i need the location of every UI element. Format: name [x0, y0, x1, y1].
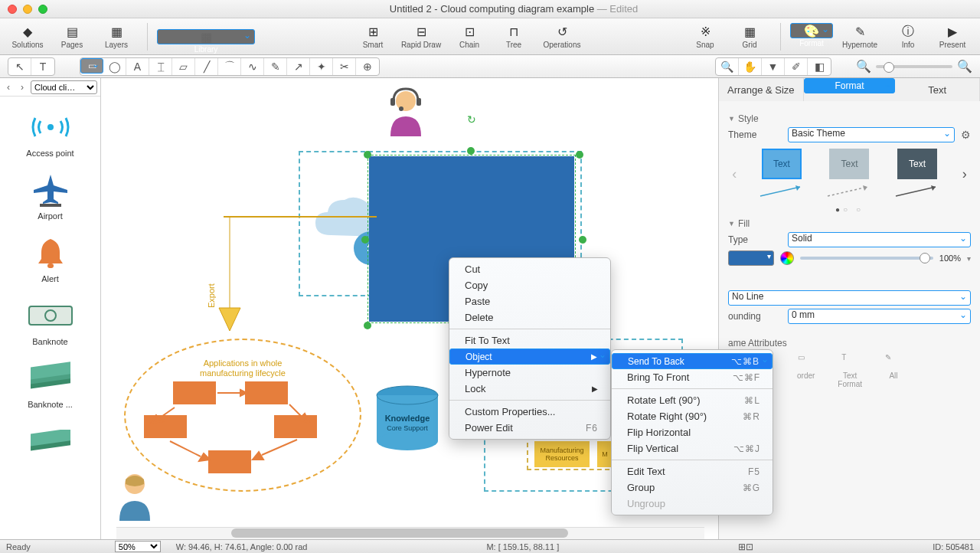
eyedropper-icon[interactable]: ✐ — [785, 58, 808, 75]
same-border-button[interactable]: ▭order — [797, 353, 815, 388]
chain-button[interactable]: ⊡Chain — [448, 23, 491, 51]
ctx-flip-horizontal[interactable]: Flip Horizontal — [612, 424, 773, 440]
ctx-object[interactable]: Object▶ — [449, 348, 610, 365]
eraser-icon[interactable]: ◧ — [808, 58, 831, 75]
text-shape-tool[interactable]: A — [126, 58, 149, 75]
pan-tool-icon[interactable]: ✋ — [739, 58, 762, 75]
same-text-format-button[interactable]: TText Format — [838, 353, 862, 388]
rotate-handle-icon[interactable]: ↻ — [467, 113, 476, 126]
handle-ml[interactable] — [361, 236, 369, 244]
ctx-delete[interactable]: Delete — [449, 309, 610, 326]
ctx-flip-vertical[interactable]: Flip Vertical⌥⌘J — [612, 440, 773, 456]
insert-tool[interactable]: ⊕ — [356, 58, 379, 75]
gear-icon[interactable]: ⚙ — [961, 129, 971, 141]
line-tool[interactable]: ╱ — [195, 58, 218, 75]
present-button[interactable]: ▶Present — [931, 23, 974, 51]
ctx-send-to-back[interactable]: Send To Back⌥⌘B — [612, 353, 773, 369]
fill-section[interactable]: Fill — [728, 218, 971, 229]
shape-alert[interactable]: Alert — [0, 227, 100, 290]
ellipse-tool[interactable]: ◯ — [103, 58, 126, 75]
library-selector[interactable]: Cloud cli… — [31, 80, 97, 94]
handle-tl[interactable] — [364, 151, 371, 159]
ctx-rotate-right[interactable]: Rotate Right (90°)⌘R — [612, 408, 773, 424]
handle-bl[interactable] — [364, 322, 371, 329]
swatch-1[interactable]: Text — [762, 149, 802, 179]
tab-arrange-size[interactable]: Arrange & Size — [719, 78, 804, 101]
brush-tool[interactable]: ✎ — [264, 58, 287, 75]
swatch-2[interactable]: Text — [829, 149, 869, 179]
tab-format[interactable]: Format — [804, 78, 896, 93]
info-button[interactable]: ⓘInfo — [887, 23, 929, 51]
ctx-group[interactable]: Group⌘G — [612, 479, 773, 496]
hypernote-button[interactable]: ✎Hypernote — [835, 23, 885, 51]
swatch-next-icon[interactable]: › — [962, 166, 967, 182]
snap-button[interactable]: ※Snap — [684, 23, 727, 51]
text-tool[interactable]: T — [31, 58, 54, 75]
style-section[interactable]: Style — [728, 113, 971, 124]
zoom-out-icon[interactable]: 🔍 — [856, 59, 871, 74]
layers-button[interactable]: ▦Layers — [95, 23, 138, 51]
ctx-rotate-left[interactable]: Rotate Left (90°)⌘L — [612, 392, 773, 408]
mfg-partial-box[interactable]: M — [597, 441, 612, 467]
ctx-copy[interactable]: Copy — [449, 277, 610, 293]
solutions-button[interactable]: ◆Solutions — [6, 23, 49, 51]
operations-button[interactable]: ↺Operations — [537, 23, 587, 51]
rapid-draw-button[interactable]: ⊟Rapid Draw — [396, 23, 446, 51]
grid-button[interactable]: ▦Grid — [728, 23, 771, 51]
callout-tool[interactable]: ▱ — [172, 58, 195, 75]
arc-tool[interactable]: ⌒ — [218, 58, 241, 75]
swatch-prev-icon[interactable]: ‹ — [732, 166, 737, 182]
zoom-window-icon[interactable] — [38, 5, 47, 14]
ctx-lock[interactable]: Lock▶ — [449, 381, 610, 397]
fill-color-swatch[interactable] — [728, 250, 774, 266]
snap-indicator-icon[interactable]: ⊞⊡ — [738, 542, 753, 552]
tab-text[interactable]: Text — [895, 78, 980, 101]
pointer-tool[interactable]: ↖ — [8, 58, 31, 75]
color-picker-icon[interactable] — [780, 251, 794, 265]
ctx-custom-properties[interactable]: Custom Properties... — [449, 404, 610, 420]
library-button[interactable]: ▦Library — [157, 29, 255, 44]
textbox-tool[interactable]: ⌶ — [149, 58, 172, 75]
ctx-paste[interactable]: Paste — [449, 293, 610, 309]
handle-tm[interactable] — [467, 147, 475, 155]
close-window-icon[interactable] — [8, 5, 17, 14]
swatch-page-dots[interactable]: ●○ ○ — [728, 205, 971, 214]
connector-tool[interactable]: ↗ — [287, 58, 310, 75]
line-style-select[interactable]: No Line — [728, 290, 971, 306]
handle-tr[interactable] — [576, 151, 583, 159]
smart-button[interactable]: ⊞Smart — [351, 23, 394, 51]
line-swatch-1-icon[interactable] — [759, 184, 805, 199]
ctx-bring-to-front[interactable]: Bring To Front⌥⌘F — [612, 369, 773, 385]
mfg-resources-box[interactable]: ManufacturingResources — [534, 441, 590, 467]
spline-tool[interactable]: ∿ — [241, 58, 264, 75]
ctx-edit-text[interactable]: Edit TextF5 — [612, 463, 773, 479]
zoom-tool-icon[interactable]: 🔍 — [716, 58, 739, 75]
tree-button[interactable]: ⊓Tree — [492, 23, 535, 51]
fill-type-select[interactable]: Solid — [788, 232, 971, 247]
lib-back-icon[interactable]: ‹ — [3, 82, 14, 93]
shape-banknote[interactable]: Banknote — [0, 290, 100, 352]
line-swatch-3-icon[interactable] — [894, 184, 940, 199]
line-swatch-2-icon[interactable] — [826, 184, 872, 199]
zoom-slider[interactable] — [876, 65, 952, 68]
shape-access-point[interactable]: Access point — [0, 101, 100, 164]
opacity-slider[interactable] — [800, 257, 933, 260]
same-all-button[interactable]: ✎All — [885, 353, 902, 388]
ctx-power-edit[interactable]: Power EditF6 — [449, 420, 610, 436]
swatch-3[interactable]: Text — [897, 149, 937, 179]
minimize-window-icon[interactable] — [23, 5, 32, 14]
edit-points-tool[interactable]: ✦ — [310, 58, 333, 75]
canvas-hscrollbar[interactable] — [116, 527, 704, 539]
rounding-select[interactable]: 0 mm — [788, 309, 971, 324]
ctx-fit-to-text[interactable]: Fit To Text — [449, 332, 610, 348]
crop-tool[interactable]: ✂ — [333, 58, 356, 75]
pages-button[interactable]: ▤Pages — [51, 23, 93, 51]
lib-forward-icon[interactable]: › — [17, 82, 28, 93]
zoom-select[interactable]: 50% — [115, 541, 161, 552]
handle-mr[interactable] — [579, 236, 586, 244]
shape-airport[interactable]: Airport — [0, 164, 100, 227]
ctx-hypernote[interactable]: Hypernote — [449, 365, 610, 381]
format-button[interactable]: 🎨Format — [790, 23, 833, 38]
theme-select[interactable]: Basic Theme — [788, 127, 955, 142]
shape-extra[interactable] — [0, 415, 100, 467]
